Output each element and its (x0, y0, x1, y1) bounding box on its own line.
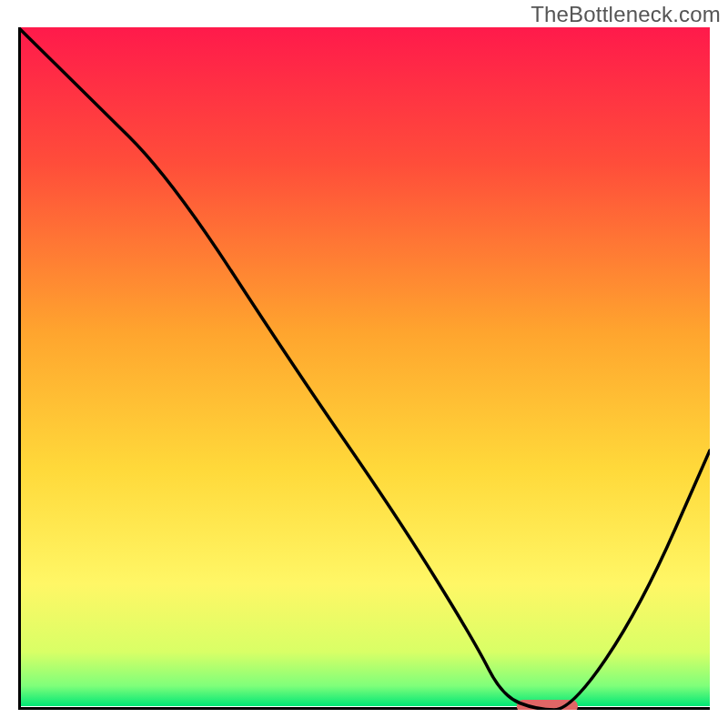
watermark-text: TheBottleneck.com (531, 2, 721, 27)
plot-area (18, 27, 710, 710)
chart-stage: TheBottleneck.com (0, 0, 728, 728)
chart-svg (18, 27, 710, 710)
